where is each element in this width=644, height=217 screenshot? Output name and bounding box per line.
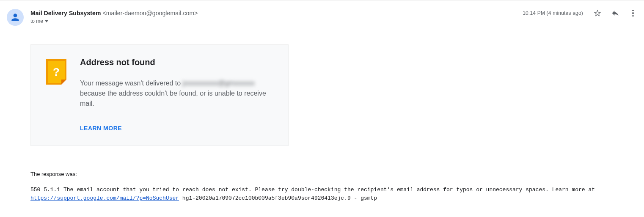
- person-icon: [10, 12, 21, 23]
- card-text: Address not found Your message wasn't de…: [80, 58, 271, 132]
- star-button[interactable]: [593, 9, 602, 17]
- sender-email: <mailer-daemon@googlemail.com>: [103, 10, 198, 16]
- support-link[interactable]: https://support.google.com/mail/?p=NoSuc…: [30, 195, 179, 201]
- smtp-response: 550 5.1.1 The email account that you tri…: [30, 186, 634, 203]
- reply-button[interactable]: [611, 9, 619, 17]
- star-outline-icon: [593, 9, 602, 17]
- learn-more-link[interactable]: LEARN MORE: [80, 125, 122, 132]
- error-page-icon: ?: [46, 58, 66, 85]
- sender-name: Mail Delivery Subsystem: [30, 10, 101, 16]
- response-label: The response was:: [30, 170, 634, 179]
- sender-avatar[interactable]: [7, 9, 24, 26]
- email-body: ? Address not found Your message wasn't …: [30, 44, 644, 203]
- email-header: Mail Delivery Subsystem <mailer-daemon@g…: [7, 9, 644, 26]
- bounce-card: ? Address not found Your message wasn't …: [30, 44, 289, 146]
- header-actions: 10:14 PM (4 minutes ago): [523, 9, 644, 17]
- email-message: Mail Delivery Subsystem <mailer-daemon@g…: [0, 0, 644, 215]
- more-button[interactable]: [629, 9, 637, 17]
- recipient-label: to me: [30, 18, 43, 24]
- response-section: The response was: 550 5.1.1 The email ac…: [30, 170, 644, 203]
- sender-line: Mail Delivery Subsystem <mailer-daemon@g…: [30, 9, 523, 17]
- more-vert-icon: [632, 10, 634, 11]
- card-message: Your message wasn't delivered to jxxxxxx…: [80, 78, 271, 109]
- reply-icon: [611, 9, 619, 17]
- from-column: Mail Delivery Subsystem <mailer-daemon@g…: [30, 9, 644, 24]
- avatar-column: [7, 9, 24, 26]
- card-title: Address not found: [80, 58, 271, 67]
- recipient-dropdown[interactable]: to me: [30, 18, 523, 24]
- timestamp: 10:14 PM (4 minutes ago): [523, 10, 583, 16]
- redacted-address: jxxxxxxxxxx@gmxxxxxx: [183, 80, 255, 87]
- chevron-down-icon: [45, 20, 48, 22]
